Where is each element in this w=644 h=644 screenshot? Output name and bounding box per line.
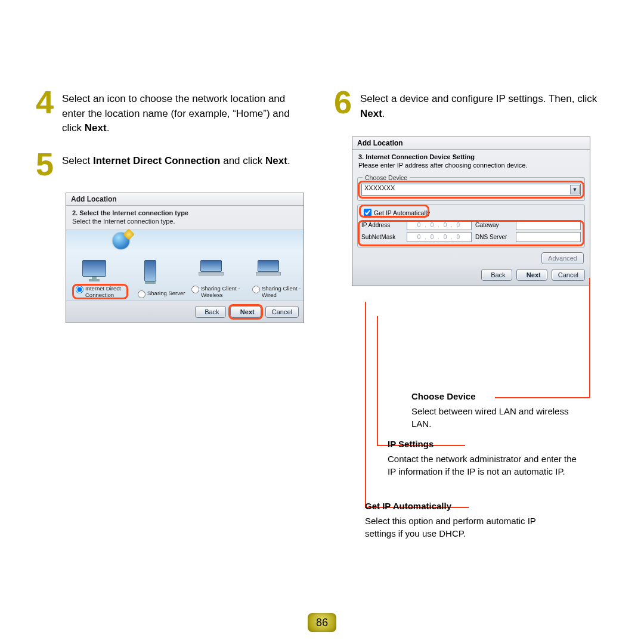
step-text: Select a device and configure IP setting… <box>360 89 608 121</box>
page-number-badge: 86 <box>308 613 336 632</box>
page-number: 86 <box>316 617 328 629</box>
step-6: 6 Select a device and configure IP setti… <box>334 89 608 121</box>
t: . <box>382 108 385 119</box>
ip-grid: IP Address 0 . 0 . 0 . 0 Gateway SubNetM… <box>361 220 581 242</box>
connection-options-row: Internet Direct Connection Sharing Serve… <box>66 230 304 301</box>
laptop-icon <box>255 260 282 280</box>
dialog-device-setting: Add Location 3. Internet Connection Devi… <box>352 137 590 286</box>
t-bold: Next <box>360 108 382 119</box>
group-label: Choose Device <box>363 174 410 181</box>
dialog-buttons: Back Next Cancel <box>66 301 304 323</box>
step-text: Select an icon to choose the network loc… <box>62 89 310 136</box>
anno-ip-settings: IP Settings Contact the network administ… <box>388 438 578 478</box>
next-button[interactable]: Next <box>230 306 261 318</box>
option-sharing-client-wireless[interactable]: Sharing Client - Wireless <box>191 285 245 298</box>
server-icon <box>137 260 164 280</box>
right-column: 6 Select a device and configure IP setti… <box>334 89 608 286</box>
option-internet-direct[interactable]: Internet Direct Connection <box>76 285 129 298</box>
back-button[interactable]: Back <box>195 306 226 318</box>
step-text: Select Internet Direct Connection and cl… <box>62 151 290 177</box>
t: Select a device and configure IP setting… <box>360 93 597 104</box>
option-label: Sharing Client - Wired <box>262 285 302 298</box>
dialog-title: Add Location <box>352 137 590 150</box>
back-button[interactable]: Back <box>481 269 512 281</box>
chevron-down-icon[interactable]: ▼ <box>570 185 580 194</box>
next-button[interactable]: Next <box>516 269 547 281</box>
choose-device-group: Choose Device XXXXXXX ▼ <box>357 177 585 201</box>
gateway-field[interactable] <box>516 220 581 230</box>
label-subnet: SubNetMask <box>361 234 403 240</box>
advanced-row: Advanced <box>352 250 590 264</box>
t: . <box>287 155 290 166</box>
callout-line <box>589 278 590 398</box>
step-5: 5 Select Internet Direct Connection and … <box>36 151 310 177</box>
anno-body: Select this option and perform automatic… <box>365 516 536 538</box>
pc-icon <box>80 260 108 280</box>
ip-settings-group: Get IP Automatically IP Address 0 . 0 . … <box>357 205 585 247</box>
checkbox-label: Get IP Automatically <box>374 209 430 216</box>
step-number: 5 <box>36 151 56 177</box>
ip-address-field[interactable]: 0 . 0 . 0 . 0 <box>407 220 472 230</box>
t: . <box>107 122 110 134</box>
option-label: Internet Direct Connection <box>85 285 129 298</box>
option-label: Sharing Server <box>147 290 185 296</box>
left-column: 4 Select an icon to choose the network l… <box>36 89 310 323</box>
option-sharing-client-wired[interactable]: Sharing Client - Wired <box>252 285 302 298</box>
anno-title: IP Settings <box>388 439 434 449</box>
t: and click <box>220 155 265 166</box>
cancel-button[interactable]: Cancel <box>552 269 585 281</box>
t-bold: Next <box>265 155 287 166</box>
step-number: 6 <box>334 89 354 121</box>
checkbox[interactable] <box>364 209 371 216</box>
t: Select <box>62 155 93 166</box>
label-gateway: Gateway <box>475 222 512 228</box>
step-4: 4 Select an icon to choose the network l… <box>36 89 310 136</box>
label-dns: DNS Server <box>475 234 512 240</box>
dialog-text: Please enter IP address after choosing c… <box>352 162 590 174</box>
callout-line <box>365 302 366 508</box>
dialog-buttons: Back Next Cancel <box>352 264 590 286</box>
option-label: Sharing Client - Wireless <box>201 285 245 298</box>
dialog-subtitle: 2. Select the Internet connection type <box>66 206 304 218</box>
option-sharing-server[interactable]: Sharing Server <box>138 290 185 298</box>
anno-title: Choose Device <box>411 391 476 401</box>
device-select[interactable]: XXXXXXX ▼ <box>361 184 581 196</box>
anno-body: Contact the network administrator and en… <box>388 454 577 476</box>
callout-line <box>377 316 378 446</box>
select-value: XXXXXXX <box>364 184 395 191</box>
anno-title: Get IP Automatically <box>365 501 451 511</box>
label-ip: IP Address <box>361 222 403 228</box>
dns-field[interactable] <box>516 232 581 242</box>
dialog-subtitle: 3. Internet Connection Device Setting <box>352 150 590 162</box>
laptop-icon <box>197 260 225 280</box>
cancel-button[interactable]: Cancel <box>265 306 299 318</box>
radio[interactable] <box>76 286 83 293</box>
dialog-text: Select the Internet connection type. <box>66 218 304 230</box>
anno-get-ip-auto: Get IP Automatically Select this option … <box>365 500 556 540</box>
t-bold: Next <box>85 122 107 134</box>
subnet-field[interactable]: 0 . 0 . 0 . 0 <box>407 232 472 242</box>
get-ip-auto[interactable]: Get IP Automatically <box>361 208 432 218</box>
advanced-button[interactable]: Advanced <box>541 252 584 264</box>
anno-choose-device: Choose Device Select between wired LAN a… <box>411 390 590 430</box>
internet-globe-icon <box>113 233 129 249</box>
dialog-connection-type: Add Location 2. Select the Internet conn… <box>66 193 304 323</box>
t-bold: Internet Direct Connection <box>93 155 220 166</box>
radio[interactable] <box>191 286 199 293</box>
dialog-title: Add Location <box>66 193 304 206</box>
radio[interactable] <box>252 286 260 293</box>
step-number: 4 <box>36 89 56 136</box>
radio[interactable] <box>138 290 145 298</box>
anno-body: Select between wired LAN and wireless LA… <box>411 406 568 429</box>
